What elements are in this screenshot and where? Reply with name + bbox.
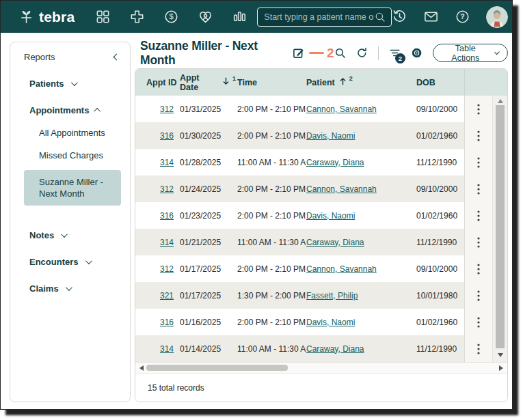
filter-count-badge: 2 (395, 53, 405, 64)
column-header-time[interactable]: Time (237, 78, 306, 87)
row-actions-kebab-icon[interactable] (465, 149, 492, 176)
horizontal-scrollbar[interactable] (135, 362, 507, 374)
appt-date-cell: 01/21/2025 (180, 238, 221, 247)
callout-dash (309, 52, 324, 54)
sidebar-item-label: Claims (29, 283, 59, 294)
appt-id-link[interactable]: 321 (160, 291, 174, 300)
column-header-appt-id[interactable]: Appt ID (146, 78, 180, 87)
reports-chart-icon[interactable] (232, 9, 247, 25)
appt-id-link[interactable]: 316 (160, 318, 174, 327)
row-actions-kebab-icon[interactable] (465, 335, 492, 362)
column-header-appt-date[interactable]: Appt Date 1 (180, 73, 237, 92)
patient-link[interactable]: Davis, Naomi (306, 318, 355, 327)
appt-date-cell: 01/14/2025 (180, 344, 221, 354)
plus-icon[interactable] (129, 9, 145, 25)
scroll-left-arrow[interactable] (137, 363, 146, 373)
row-actions-kebab-icon[interactable] (465, 96, 492, 122)
appt-id-link[interactable]: 312 (160, 264, 174, 274)
sidebar-item-missed-charges[interactable]: Missed Charges (39, 150, 122, 160)
row-actions-kebab-icon[interactable] (465, 309, 492, 335)
search-icon[interactable] (374, 11, 386, 23)
apps-grid-icon[interactable] (95, 9, 111, 25)
sidebar-item-notes[interactable]: Notes (29, 230, 122, 240)
patient-link[interactable]: Caraway, Diana (306, 158, 364, 167)
appt-id-link[interactable]: 314 (160, 344, 174, 354)
collapse-sidebar-icon[interactable] (113, 54, 120, 61)
svg-text:?: ? (461, 12, 465, 20)
column-label: Time (237, 78, 257, 87)
row-actions-kebab-icon[interactable] (465, 229, 492, 255)
table-row: 31401/21/202511:00 AM - 11:30 AMCaraway,… (135, 229, 464, 255)
column-label: DOB (416, 78, 435, 87)
gear-icon[interactable] (411, 46, 423, 59)
scroll-right-arrow[interactable] (496, 363, 506, 373)
vertical-scrollbar[interactable] (492, 96, 507, 362)
history-icon[interactable] (392, 9, 407, 25)
search-icon[interactable] (334, 46, 346, 59)
time-cell: 2:00 PM - 2:10 PM (237, 264, 306, 274)
table-row: 31601/30/20252:00 PM - 2:10 PMDavis, Nao… (135, 122, 464, 149)
table-row: 31201/17/20252:00 PM - 2:10 PMCannon, Sa… (135, 255, 464, 282)
scroll-up-arrow[interactable] (493, 97, 507, 105)
sort-asc-icon (338, 76, 347, 88)
table-row: 31401/28/202511:00 AM - 11:30 AMCaraway,… (135, 149, 464, 176)
sidebar-item-all-appointments[interactable]: All Appointments (39, 128, 122, 138)
patients-heart-icon[interactable] (198, 9, 213, 25)
edit-icon[interactable] (293, 46, 305, 59)
mail-icon[interactable] (423, 9, 439, 25)
patient-link[interactable]: Caraway, Diana (306, 238, 364, 247)
appt-id-link[interactable]: 316 (160, 131, 174, 141)
dob-cell: 11/12/1990 (416, 158, 457, 167)
sidebar-item-patients[interactable]: Patients (29, 79, 122, 89)
sidebar-item-appointments[interactable]: Appointments (29, 105, 122, 115)
appt-date-cell: 01/28/2025 (180, 158, 221, 167)
sidebar-item-label: Notes (29, 230, 54, 240)
horizontal-scroll-thumb[interactable] (146, 365, 288, 371)
vertical-scroll-thumb[interactable] (496, 105, 505, 348)
chevron-down-icon (66, 284, 72, 291)
appt-id-link[interactable]: 312 (160, 184, 174, 194)
appt-id-link[interactable]: 312 (160, 104, 174, 114)
time-cell: 2:00 PM - 2:10 PM (237, 104, 306, 114)
tebra-leaf-icon (18, 9, 34, 25)
patient-link[interactable]: Davis, Naomi (306, 131, 355, 141)
patient-search-input[interactable] (264, 12, 374, 22)
row-actions-kebab-icon[interactable] (465, 176, 492, 202)
row-actions-kebab-icon[interactable] (465, 282, 492, 309)
column-header-patient[interactable]: Patient 2 (306, 76, 416, 88)
column-header-dob[interactable]: DOB (416, 78, 464, 87)
dob-cell: 11/12/1990 (416, 238, 457, 247)
dob-cell: 01/02/1960 (416, 211, 457, 221)
patient-link[interactable]: Davis, Naomi (306, 211, 355, 221)
row-actions-kebab-icon[interactable] (465, 255, 492, 282)
dob-cell: 10/01/1980 (416, 291, 457, 300)
tebra-logo[interactable]: tebra (18, 9, 75, 25)
sidebar-item-suzanne-miller-next-month[interactable]: Suzanne Miller - Next Month (24, 170, 121, 206)
table-row: 31601/23/20252:00 PM - 2:10 PMDavis, Nao… (135, 202, 464, 229)
table-actions-button[interactable]: Table Actions (433, 44, 508, 62)
page-body: Reports Patients Appointments All Appoin… (1, 33, 512, 410)
dob-cell: 11/12/1990 (416, 344, 457, 354)
appt-id-link[interactable]: 314 (160, 238, 174, 247)
dob-cell: 09/10/2000 (416, 104, 457, 114)
patient-link[interactable]: Fassett, Philip (306, 291, 358, 300)
sidebar-item-claims[interactable]: Claims (29, 283, 122, 294)
avatar[interactable] (486, 6, 508, 28)
row-actions-kebab-icon[interactable] (465, 202, 492, 229)
filter-icon[interactable]: 2 (389, 46, 401, 59)
billing-dollar-icon[interactable]: $ (163, 9, 179, 25)
help-icon[interactable]: ? (455, 9, 470, 25)
scroll-down-arrow[interactable] (493, 351, 507, 359)
patient-link[interactable]: Caraway, Diana (306, 344, 364, 354)
refresh-icon[interactable] (356, 46, 368, 59)
appt-id-link[interactable]: 316 (160, 211, 174, 221)
svg-text:$: $ (170, 12, 174, 20)
patient-link[interactable]: Cannon, Savannah (306, 104, 377, 114)
patient-link[interactable]: Cannon, Savannah (306, 264, 377, 274)
row-actions-kebab-icon[interactable] (465, 122, 492, 149)
appt-id-link[interactable]: 314 (160, 158, 174, 167)
patient-link[interactable]: Cannon, Savannah (306, 184, 377, 194)
appointments-table-panel: Appt ID Appt Date 1 Time Patient (135, 68, 508, 402)
sidebar-item-encounters[interactable]: Encounters (29, 257, 122, 267)
chevron-down-icon (494, 49, 500, 55)
